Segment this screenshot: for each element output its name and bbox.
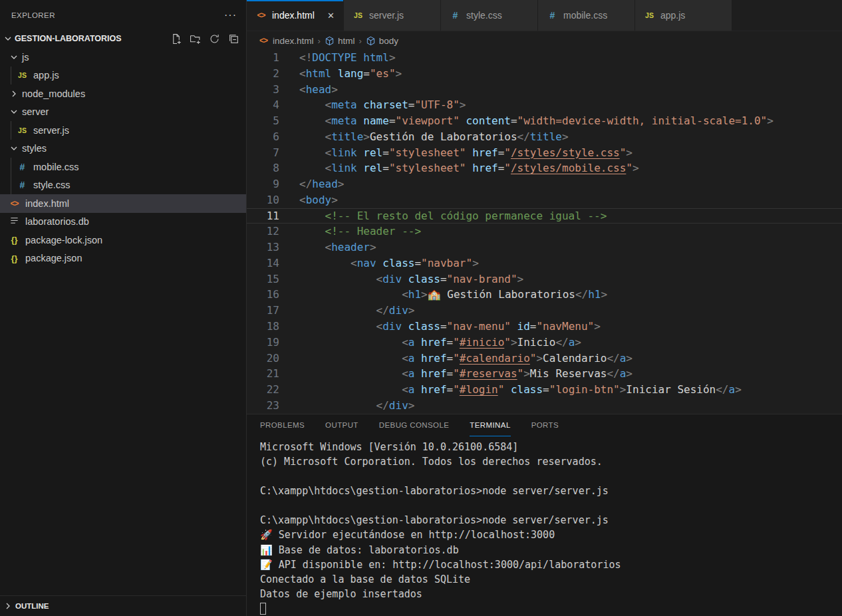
tree-folder-styles[interactable]: styles — [0, 140, 246, 158]
code-line-15[interactable]: 15<div class="nav-brand"> — [247, 271, 842, 287]
tab-index-html[interactable]: <>index.html✕ — [247, 0, 344, 31]
terminal-output[interactable]: Microsoft Windows [Versión 10.0.26100.65… — [247, 436, 842, 616]
token: < — [325, 146, 332, 159]
panel-tab-terminal[interactable]: TERMINAL — [470, 414, 510, 436]
tree-file-app-js[interactable]: JSapp.js — [0, 67, 246, 85]
code-editor[interactable]: 1<!DOCTYPE html>2<html lang="es">3<head>… — [247, 50, 842, 414]
code-line-8[interactable]: 8<link rel="stylesheet" href="/styles/mo… — [247, 160, 842, 176]
terminal-cursor-line[interactable] — [260, 601, 842, 616]
tab-mobile-css[interactable]: #mobile.css — [538, 0, 635, 31]
token: </ — [517, 130, 530, 143]
panel-tab-debug-console[interactable]: DEBUG CONSOLE — [379, 414, 450, 436]
explorer-actions — [170, 33, 239, 45]
line-number: 22 — [247, 382, 299, 398]
token: " — [453, 383, 460, 396]
token: a — [408, 336, 415, 349]
new-folder-icon[interactable] — [190, 33, 201, 45]
tree-folder-js[interactable]: js — [0, 48, 246, 67]
code-line-18[interactable]: 18<div class="nav-menu" id="navMenu"> — [247, 319, 842, 335]
breadcrumb-separator: › — [317, 36, 321, 46]
breadcrumb-item-html[interactable]: html — [325, 36, 355, 46]
code-line-12[interactable]: 12<!-- Header --> — [247, 224, 842, 239]
tree-file-package-json[interactable]: {}package.json — [0, 249, 246, 268]
css-file-icon: # — [17, 180, 28, 190]
token: rel — [363, 162, 382, 174]
code-text: <html lang="es"> — [299, 66, 402, 82]
terminal-line: 📊 Base de datos: laboratorios.db — [260, 543, 842, 557]
token: < — [402, 336, 408, 349]
code-line-17[interactable]: 17</div> — [247, 303, 842, 319]
tree-file-style-css[interactable]: #style.css — [0, 176, 246, 195]
token: name — [363, 114, 389, 127]
token: class — [511, 383, 543, 396]
tab-style-css[interactable]: #style.css — [441, 0, 538, 31]
code-line-4[interactable]: 4<meta charset="UTF-8"> — [247, 97, 842, 113]
chevron-down-icon — [9, 143, 19, 154]
collapse-all-icon[interactable] — [228, 33, 239, 45]
explorer-more-actions-icon[interactable]: ··· — [224, 9, 237, 21]
tab-server-js[interactable]: JSserver.js — [344, 0, 441, 31]
code-line-10[interactable]: 10<body> — [247, 192, 842, 208]
token: > — [626, 367, 632, 380]
line-number: 13 — [247, 239, 299, 255]
tree-folder-node-modules[interactable]: node_modules — [0, 84, 246, 103]
token: meta — [331, 114, 357, 127]
token: #calendario — [460, 352, 530, 365]
token: href — [472, 146, 498, 159]
code-line-9[interactable]: 9</head> — [247, 176, 842, 192]
token: "es" — [370, 67, 396, 80]
code-line-11[interactable]: 11<!-- El resto del código permanece igu… — [247, 208, 842, 224]
code-line-23[interactable]: 23</div> — [247, 398, 842, 414]
code-line-7[interactable]: 7<link rel="stylesheet" href="/styles/st… — [247, 145, 842, 161]
editor-region: <>index.html✕JSserver.js#style.css#mobil… — [247, 0, 842, 616]
project-section-header[interactable]: GESTION-LABORATORIOS — [0, 29, 246, 48]
token: " — [504, 336, 511, 349]
token: = — [447, 352, 454, 365]
outline-section-header[interactable]: OUTLINE — [0, 595, 246, 616]
code-line-2[interactable]: 2<html lang="es"> — [247, 66, 842, 82]
code-line-16[interactable]: 16<h1>🏫 Gestión Laboratorios</h1> — [247, 287, 842, 303]
breadcrumb-item-body[interactable]: body — [366, 36, 398, 46]
token: > — [370, 241, 376, 253]
code-line-19[interactable]: 19<a href="#inicio">Inicio</a> — [247, 335, 842, 351]
symbol-cube-icon — [366, 36, 376, 46]
token: h1 — [588, 288, 601, 301]
token: Calendario — [543, 352, 607, 365]
file-label: index.html — [25, 198, 69, 209]
code-line-6[interactable]: 6<title>Gestión de Laboratorios</title> — [247, 129, 842, 145]
panel-tab-ports[interactable]: PORTS — [531, 414, 559, 436]
token: > — [331, 83, 338, 96]
token: "nav-brand" — [447, 273, 517, 285]
tree-file-package-lock-json[interactable]: {}package-lock.json — [0, 231, 246, 249]
code-line-3[interactable]: 3<head> — [247, 82, 842, 98]
js-file-icon: JS — [17, 71, 28, 79]
code-text: <h1>🏫 Gestión Laboratorios</h1> — [299, 287, 607, 303]
code-line-5[interactable]: 5<meta name="viewport" content="width=de… — [247, 113, 842, 129]
breadcrumb-item-index-html[interactable]: <>index.html — [259, 36, 314, 46]
panel-tab-output[interactable]: OUTPUT — [325, 414, 358, 436]
code-line-13[interactable]: 13<header> — [247, 239, 842, 255]
new-file-icon[interactable] — [170, 33, 182, 45]
code-text: <title>Gestión de Laboratorios</title> — [299, 129, 569, 145]
code-line-21[interactable]: 21<a href="#reservas">Mis Reservas</a> — [247, 366, 842, 382]
tree-file-server-js[interactable]: JSserver.js — [0, 121, 246, 140]
tab-app-js[interactable]: JSapp.js — [635, 0, 732, 31]
tab-label: app.js — [660, 10, 685, 21]
line-number: 23 — [247, 398, 299, 414]
code-line-1[interactable]: 1<!DOCTYPE html> — [247, 50, 842, 66]
tree-file-index-html[interactable]: <>index.html — [0, 194, 246, 213]
token: > — [767, 114, 773, 127]
tree-file-mobile-css[interactable]: #mobile.css — [0, 158, 246, 176]
tree-file-laboratorios-db[interactable]: laboratorios.db — [0, 213, 246, 231]
code-line-20[interactable]: 20<a href="#calendario">Calendario</a> — [247, 351, 842, 367]
token: charset — [363, 98, 408, 111]
code-line-14[interactable]: 14<nav class="navbar"> — [247, 255, 842, 271]
close-icon[interactable]: ✕ — [323, 11, 335, 21]
token: "UTF-8" — [414, 98, 459, 111]
tree-folder-server[interactable]: server — [0, 103, 246, 122]
refresh-icon[interactable] — [209, 33, 220, 45]
token: div — [382, 273, 402, 285]
code-line-22[interactable]: 22<a href="#login" class="login-btn">Ini… — [247, 382, 842, 398]
token: = — [543, 383, 549, 396]
panel-tab-problems[interactable]: PROBLEMS — [260, 414, 305, 436]
